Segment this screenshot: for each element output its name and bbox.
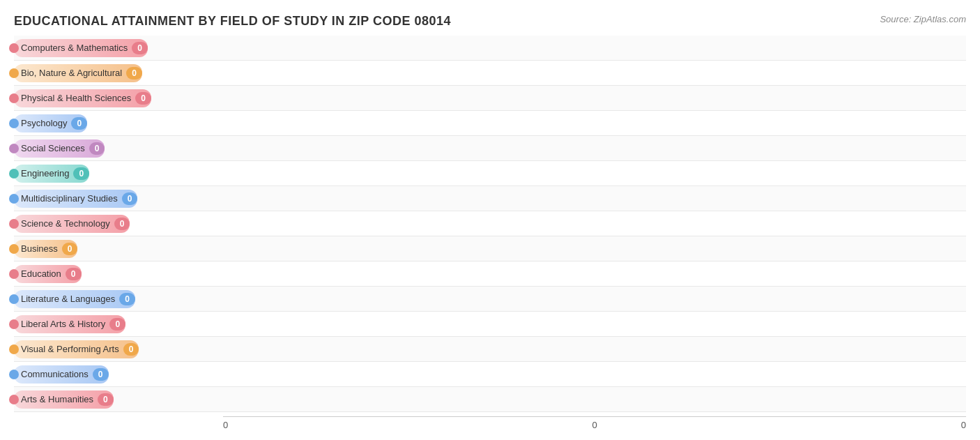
bar-pill: Multidisciplinary Studies 0 <box>14 190 137 208</box>
bar-row: Arts & Humanities 0 <box>14 387 966 412</box>
chart-container: EDUCATIONAL ATTAINMENT BY FIELD OF STUDY… <box>0 0 980 440</box>
bar-label: Bio, Nature & Agricultural <box>21 68 122 78</box>
bar-row: Computers & Mathematics 0 <box>14 36 966 61</box>
label-area: Multidisciplinary Studies 0 <box>14 190 223 208</box>
bar-row: Visual & Performing Arts 0 <box>14 337 966 362</box>
label-area: Engineering 0 <box>14 165 223 183</box>
bar-row: Education 0 <box>14 261 966 287</box>
dot-icon <box>9 93 19 103</box>
label-area: Communications 0 <box>14 365 223 384</box>
dot-icon <box>9 169 19 179</box>
value-badge: 0 <box>135 92 151 105</box>
value-badge: 0 <box>89 142 105 155</box>
x-axis-label-0: 0 <box>223 420 470 430</box>
bar-label: Engineering <box>21 168 69 179</box>
value-badge: 0 <box>119 293 135 305</box>
bar-row: Liberal Arts & History 0 <box>14 312 966 337</box>
bar-pill: Physical & Health Sciences 0 <box>14 89 151 107</box>
bar-label: Computers & Mathematics <box>21 43 128 53</box>
bar-row: Business 0 <box>14 236 966 261</box>
bar-pill: Communications 0 <box>14 365 109 384</box>
bar-pill: Social Sciences 0 <box>14 139 105 158</box>
label-area: Bio, Nature & Agricultural 0 <box>14 64 223 82</box>
bar-pill: Liberal Arts & History 0 <box>14 315 125 333</box>
bar-label: Liberal Arts & History <box>21 319 105 329</box>
bar-row: Psychology 0 <box>14 111 966 136</box>
value-badge: 0 <box>98 393 114 406</box>
bar-label: Physical & Health Sciences <box>21 93 131 103</box>
dot-icon <box>9 344 19 354</box>
dot-icon <box>9 269 19 279</box>
dot-icon <box>9 244 19 254</box>
bar-pill: Psychology 0 <box>14 114 87 132</box>
x-axis-label-1: 0 <box>470 420 718 430</box>
dot-icon <box>9 144 19 153</box>
label-area: Social Sciences 0 <box>14 139 223 158</box>
bar-label: Social Sciences <box>21 143 85 153</box>
bar-row: Engineering 0 <box>14 161 966 186</box>
bar-pill: Engineering 0 <box>14 165 89 183</box>
bar-pill: Computers & Mathematics 0 <box>14 39 148 57</box>
bar-pill: Bio, Nature & Agricultural 0 <box>14 64 142 82</box>
dot-icon <box>9 43 19 53</box>
bar-pill: Literature & Languages 0 <box>14 290 135 308</box>
bar-label: Science & Technology <box>21 218 110 229</box>
chart-area: Computers & Mathematics 0 Bio, Nature & … <box>14 36 966 412</box>
value-badge: 0 <box>71 117 87 130</box>
bar-label: Arts & Humanities <box>21 394 93 404</box>
bar-row: Communications 0 <box>14 362 966 387</box>
dot-icon <box>9 370 19 379</box>
dot-icon <box>9 319 19 329</box>
dot-icon <box>9 119 19 128</box>
bar-row: Social Sciences 0 <box>14 136 966 161</box>
label-area: Liberal Arts & History 0 <box>14 315 223 333</box>
bar-row: Bio, Nature & Agricultural 0 <box>14 61 966 86</box>
value-badge: 0 <box>66 268 82 280</box>
bar-pill: Education 0 <box>14 265 82 283</box>
value-badge: 0 <box>73 167 89 180</box>
label-area: Education 0 <box>14 265 223 283</box>
bar-label: Psychology <box>21 118 67 128</box>
bar-label: Multidisciplinary Studies <box>21 193 118 204</box>
dot-icon <box>9 194 19 204</box>
bar-label: Education <box>21 268 61 279</box>
bar-pill: Business 0 <box>14 240 77 258</box>
value-badge: 0 <box>123 343 139 356</box>
label-area: Psychology 0 <box>14 114 223 132</box>
bar-row: Multidisciplinary Studies 0 <box>14 186 966 211</box>
dot-icon <box>9 294 19 304</box>
value-badge: 0 <box>62 243 78 255</box>
value-badge: 0 <box>114 218 130 230</box>
bar-pill: Science & Technology 0 <box>14 215 130 233</box>
bar-label: Business <box>21 243 58 254</box>
value-badge: 0 <box>109 318 125 331</box>
dot-icon <box>9 395 19 404</box>
bar-label: Literature & Languages <box>21 294 115 304</box>
x-axis: 0 0 0 <box>223 416 966 430</box>
value-badge: 0 <box>122 192 138 205</box>
value-badge: 0 <box>126 67 142 79</box>
chart-title: EDUCATIONAL ATTAINMENT BY FIELD OF STUDY… <box>14 14 966 29</box>
x-axis-label-2: 0 <box>719 420 966 430</box>
label-area: Literature & Languages 0 <box>14 290 223 308</box>
bar-label: Visual & Performing Arts <box>21 344 119 354</box>
label-area: Business 0 <box>14 240 223 258</box>
label-area: Computers & Mathematics 0 <box>14 39 223 57</box>
bar-row: Physical & Health Sciences 0 <box>14 86 966 111</box>
bar-row: Science & Technology 0 <box>14 211 966 236</box>
value-badge: 0 <box>93 368 109 381</box>
label-area: Science & Technology 0 <box>14 215 223 233</box>
label-area: Visual & Performing Arts 0 <box>14 340 223 358</box>
bar-row: Literature & Languages 0 <box>14 287 966 312</box>
label-area: Arts & Humanities 0 <box>14 390 223 409</box>
dot-icon <box>9 219 19 229</box>
bar-pill: Visual & Performing Arts 0 <box>14 340 139 358</box>
label-area: Physical & Health Sciences 0 <box>14 89 223 107</box>
bar-pill: Arts & Humanities 0 <box>14 390 114 409</box>
bar-label: Communications <box>21 369 89 379</box>
chart-source: Source: ZipAtlas.com <box>880 14 966 24</box>
value-badge: 0 <box>132 42 148 54</box>
dot-icon <box>9 68 19 78</box>
